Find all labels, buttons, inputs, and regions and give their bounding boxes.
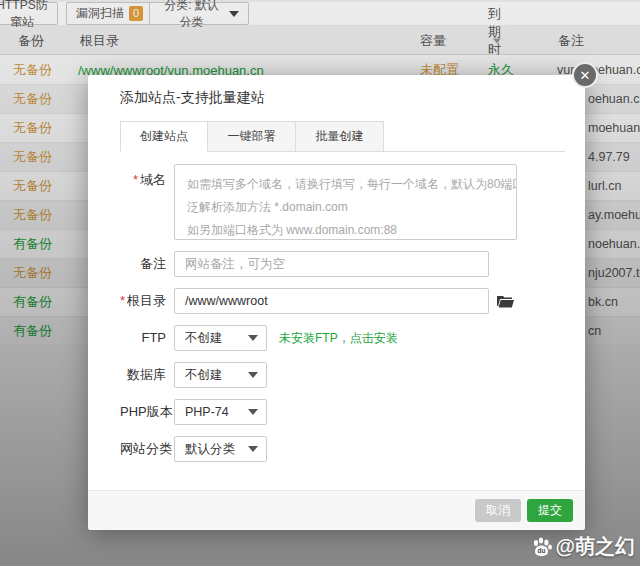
create-site-form: *域名 如需填写多个域名，请换行填写，每行一个域名，默认为80端口 泛解析添加方…: [88, 152, 585, 462]
php-version-value: PHP-74: [185, 405, 229, 419]
database-select-value: 不创建: [185, 367, 223, 384]
watermark: du @萌之幻: [531, 533, 635, 560]
site-category-select[interactable]: 默认分类: [174, 436, 267, 462]
svg-text:du: du: [538, 547, 546, 554]
dialog-tabs: 创建站点 一键部署 批量创建: [120, 121, 565, 152]
domain-placeholder-line: 如需填写多个域名，请换行填写，每行一个域名，默认为80端口: [187, 173, 504, 196]
note-input[interactable]: [174, 251, 489, 277]
required-asterisk: *: [133, 172, 138, 187]
required-asterisk: *: [120, 293, 125, 308]
add-site-dialog: ✕ 添加站点-支持批量建站 创建站点 一键部署 批量创建 *域名 如需填写多个域…: [88, 75, 585, 530]
database-label: 数据库: [120, 362, 166, 388]
php-version-label: PHP版本: [120, 399, 166, 425]
tab-one-click-deploy[interactable]: 一键部署: [208, 121, 296, 152]
domain-label: *域名: [120, 164, 166, 190]
close-icon[interactable]: ✕: [572, 62, 598, 88]
domain-placeholder-line: 泛解析添加方法 *.domain.com: [187, 196, 504, 219]
watermark-text: @萌之幻: [555, 533, 635, 560]
database-select[interactable]: 不创建: [174, 362, 267, 388]
note-label: 备注: [120, 251, 166, 277]
domain-placeholder-line: 如另加端口格式为 www.domain.com:88: [187, 219, 504, 240]
chevron-down-icon: [248, 409, 258, 415]
tab-create-site[interactable]: 创建站点: [120, 121, 208, 152]
baidu-paw-icon: du: [531, 536, 553, 558]
folder-picker-button[interactable]: [497, 294, 514, 308]
root-dir-input[interactable]: [174, 288, 489, 314]
chevron-down-icon: [248, 335, 258, 341]
root-label: *根目录: [120, 288, 166, 314]
tab-batch-create[interactable]: 批量创建: [296, 121, 384, 152]
ftp-label: FTP: [120, 325, 166, 351]
ftp-select[interactable]: 不创建: [174, 325, 267, 351]
php-version-select[interactable]: PHP-74: [174, 399, 267, 425]
submit-button[interactable]: 提交: [527, 499, 573, 522]
cancel-button[interactable]: 取消: [475, 499, 521, 522]
chevron-down-icon: [248, 446, 258, 452]
folder-icon: [497, 294, 514, 308]
ftp-install-link[interactable]: 未安装FTP，点击安装: [279, 330, 398, 347]
domain-textarea[interactable]: 如需填写多个域名，请换行填写，每行一个域名，默认为80端口 泛解析添加方法 *.…: [174, 164, 517, 240]
site-category-value: 默认分类: [185, 441, 235, 458]
dialog-footer: 取消 提交: [88, 490, 585, 530]
chevron-down-icon: [248, 372, 258, 378]
ftp-select-value: 不创建: [185, 330, 223, 347]
site-category-label: 网站分类: [120, 436, 166, 462]
dialog-title: 添加站点-支持批量建站: [88, 75, 585, 107]
